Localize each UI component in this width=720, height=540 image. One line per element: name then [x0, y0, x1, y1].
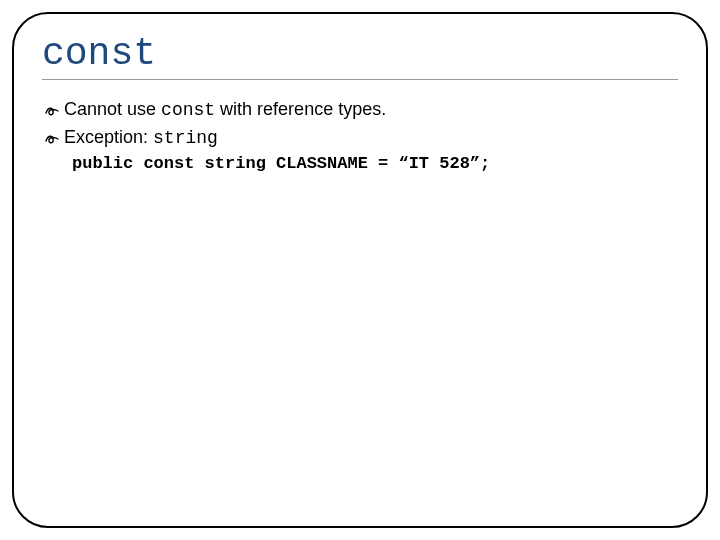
bullet-mono: string — [153, 128, 218, 148]
bullet-item: Cannot use const with reference types. — [44, 96, 678, 124]
code-example: public const string CLASSNAME = “IT 528”… — [72, 154, 678, 173]
slide-title: const — [42, 32, 678, 80]
bullet-icon — [44, 96, 62, 123]
bullet-text: Cannot use const with reference types. — [64, 96, 386, 124]
bullet-pre: Exception: — [64, 127, 153, 147]
bullet-icon — [44, 124, 62, 151]
slide-frame: const Cannot use const with reference ty… — [12, 12, 708, 528]
bullet-post: with reference types. — [215, 99, 386, 119]
bullet-item: Exception: string — [44, 124, 678, 152]
bullet-pre: Cannot use — [64, 99, 161, 119]
bullet-mono: const — [161, 100, 215, 120]
bullet-text: Exception: string — [64, 124, 218, 152]
